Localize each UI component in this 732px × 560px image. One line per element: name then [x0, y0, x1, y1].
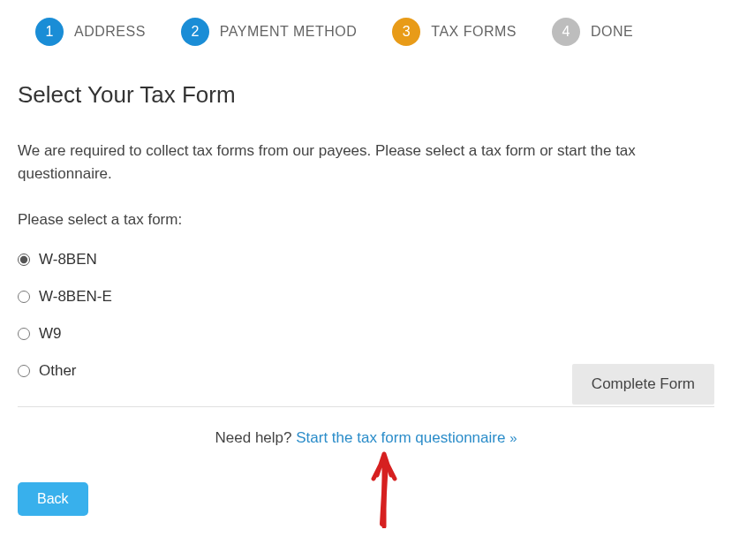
- step-payment-method: 2 PAYMENT METHOD: [181, 18, 357, 46]
- radio-option-w8bene[interactable]: W-8BEN-E: [18, 288, 714, 306]
- step-label-address: ADDRESS: [74, 24, 146, 40]
- step-label-done: DONE: [591, 24, 633, 40]
- radio-label-w9[interactable]: W9: [39, 325, 62, 343]
- page-description: We are required to collect tax forms fro…: [18, 140, 714, 185]
- back-button[interactable]: Back: [18, 482, 88, 516]
- step-number-1: 1: [35, 18, 64, 46]
- radio-label-other[interactable]: Other: [39, 362, 77, 380]
- radio-option-w9[interactable]: W9: [18, 325, 714, 343]
- arrow-up-annotation-icon: [366, 449, 402, 528]
- tax-form-radio-group: W-8BEN W-8BEN-E W9 Other Complete Form: [18, 251, 714, 380]
- step-label-payment: PAYMENT METHOD: [220, 24, 357, 40]
- section-divider: [18, 406, 714, 407]
- radio-w9[interactable]: [18, 328, 30, 340]
- start-questionnaire-link[interactable]: Start the tax form questionnaire »: [296, 429, 517, 446]
- radio-option-w8ben[interactable]: W-8BEN: [18, 251, 714, 269]
- help-prefix: Need help?: [215, 429, 297, 446]
- step-label-tax-forms: TAX FORMS: [431, 24, 517, 40]
- step-number-3: 3: [392, 18, 420, 46]
- progress-steps: 1 ADDRESS 2 PAYMENT METHOD 3 TAX FORMS 4…: [35, 18, 714, 46]
- step-done: 4 DONE: [552, 18, 633, 46]
- chevron-right-icon: »: [509, 430, 517, 445]
- complete-form-button[interactable]: Complete Form: [572, 364, 714, 405]
- page-title: Select Your Tax Form: [18, 81, 714, 109]
- form-select-label: Please select a tax form:: [18, 211, 714, 229]
- radio-label-w8bene[interactable]: W-8BEN-E: [39, 288, 112, 306]
- step-tax-forms: 3 TAX FORMS: [392, 18, 517, 46]
- help-row: Need help? Start the tax form questionna…: [18, 429, 714, 447]
- radio-w8ben[interactable]: [18, 254, 30, 266]
- radio-w8bene[interactable]: [18, 291, 30, 303]
- step-address: 1 ADDRESS: [35, 18, 146, 46]
- radio-label-w8ben[interactable]: W-8BEN: [39, 251, 97, 269]
- step-number-2: 2: [181, 18, 209, 46]
- radio-other[interactable]: [18, 365, 30, 377]
- step-number-4: 4: [552, 18, 580, 46]
